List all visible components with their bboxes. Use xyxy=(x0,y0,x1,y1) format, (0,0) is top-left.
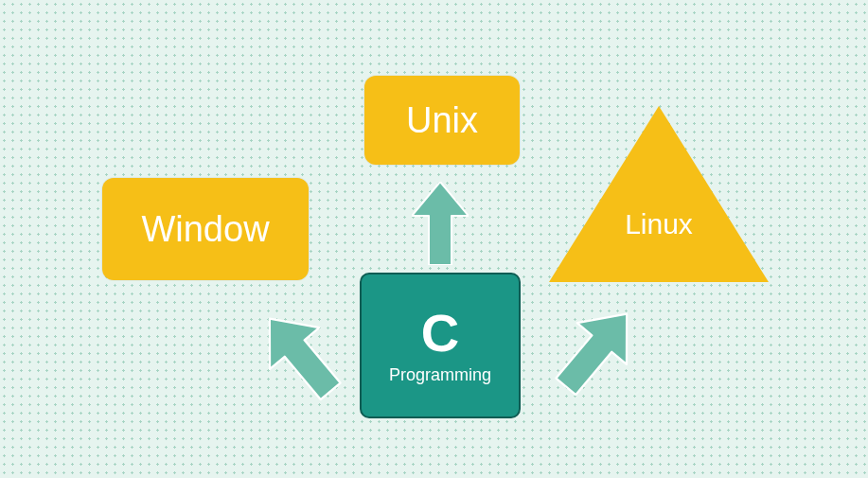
center-title: C xyxy=(421,307,459,360)
svg-marker-1 xyxy=(412,182,469,265)
node-linux: Linux xyxy=(549,106,769,282)
node-center: C Programming xyxy=(360,273,521,418)
node-unix: Unix xyxy=(364,76,520,165)
center-subtitle: Programming xyxy=(389,365,491,385)
node-window: Window xyxy=(102,178,309,280)
node-window-label: Window xyxy=(141,209,269,250)
arrow-up-icon xyxy=(412,182,469,265)
svg-marker-2 xyxy=(253,308,347,402)
svg-marker-3 xyxy=(549,303,644,398)
node-linux-label: Linux xyxy=(549,208,769,240)
node-unix-label: Unix xyxy=(406,100,478,141)
arrow-right-icon xyxy=(549,303,644,398)
arrow-left-icon xyxy=(253,308,347,402)
svg-marker-0 xyxy=(549,106,769,282)
